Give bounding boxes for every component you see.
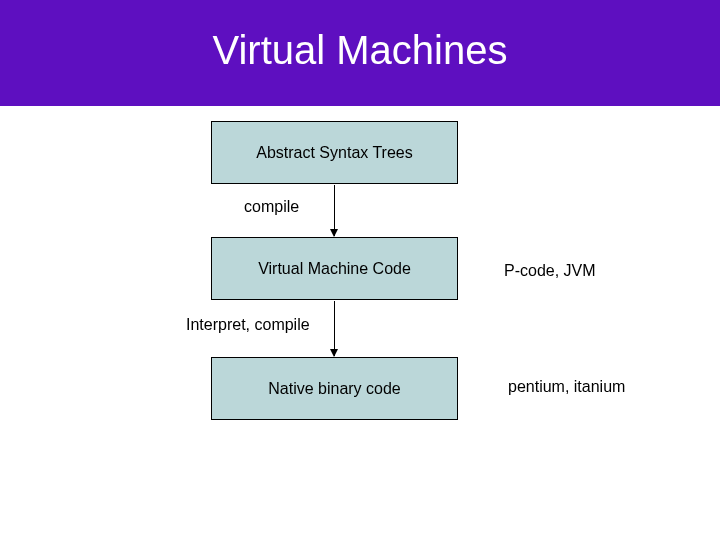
arrow-ast-to-vmcode	[334, 185, 335, 236]
box-abstract-syntax-trees: Abstract Syntax Trees	[211, 121, 458, 184]
edge-label-compile: compile	[244, 198, 299, 216]
box-native-binary-code: Native binary code	[211, 357, 458, 420]
box-native-label: Native binary code	[268, 380, 401, 398]
annotation-pcode-jvm: P-code, JVM	[504, 262, 596, 280]
box-virtual-machine-code: Virtual Machine Code	[211, 237, 458, 300]
arrow-vmcode-to-native	[334, 301, 335, 356]
annotation-pentium-itanium: pentium, itanium	[508, 378, 625, 396]
diagram-area: Abstract Syntax Trees compile Virtual Ma…	[0, 106, 720, 540]
box-vmcode-label: Virtual Machine Code	[258, 260, 411, 278]
slide-title: Virtual Machines	[0, 28, 720, 73]
box-ast-label: Abstract Syntax Trees	[256, 144, 413, 162]
edge-label-interpret-compile: Interpret, compile	[186, 316, 310, 334]
